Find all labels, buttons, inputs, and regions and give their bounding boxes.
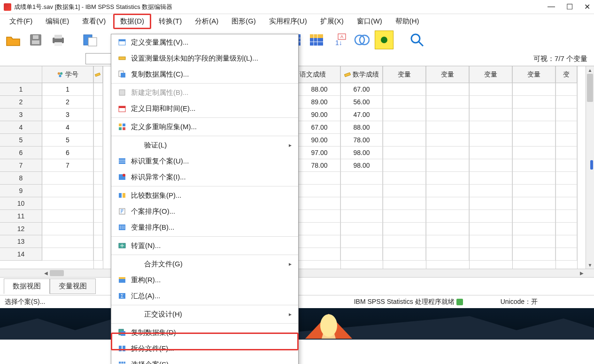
menu-item-18[interactable]: 拆分文件(F)... [111, 341, 298, 356]
menu-item-5[interactable]: 定义多重响应集(M)... [111, 119, 298, 135]
data-cell[interactable] [556, 235, 577, 248]
data-cell[interactable] [513, 147, 555, 159]
data-cell[interactable] [470, 248, 512, 261]
menu-data[interactable]: 数据(D) [113, 14, 151, 29]
data-cell[interactable] [94, 121, 103, 134]
data-cell[interactable]: 7 [42, 159, 93, 172]
data-cell[interactable] [42, 248, 93, 261]
col-header-tail[interactable]: 变 [556, 66, 577, 83]
grid-yellow-button[interactable] [307, 31, 326, 49]
data-cell[interactable] [470, 159, 512, 172]
data-cell[interactable] [556, 197, 577, 210]
row-header[interactable]: 12 [0, 223, 42, 235]
data-cell[interactable] [556, 121, 577, 134]
data-cell[interactable] [383, 108, 426, 121]
data-cell[interactable]: 98.00 [341, 159, 383, 172]
row-header[interactable]: 13 [0, 235, 42, 248]
row-header[interactable]: 14 [0, 248, 42, 261]
data-cell[interactable] [426, 134, 469, 147]
data-cell[interactable] [341, 210, 383, 223]
menu-item-9[interactable]: 比较数据集(P)... [111, 187, 298, 203]
data-cell[interactable] [383, 147, 426, 159]
col-header-empty-2[interactable]: 变量 [426, 66, 469, 83]
data-cell[interactable] [426, 223, 469, 235]
data-cell[interactable] [299, 210, 340, 223]
data-cell[interactable] [470, 96, 512, 108]
menu-item-7[interactable]: 标识重复个案(U)... [111, 153, 298, 169]
data-cell[interactable] [556, 83, 577, 96]
data-cell[interactable] [383, 223, 426, 235]
data-cell[interactable] [426, 147, 469, 159]
tab-data-view[interactable]: 数据视图 [4, 279, 50, 294]
menu-item-15[interactable]: Σ 汇总(A)... [111, 288, 298, 304]
menu-view[interactable]: 查看(V) [77, 15, 111, 28]
recall-dialog-button[interactable] [81, 31, 100, 49]
data-cell[interactable]: 90.00 [299, 134, 340, 147]
data-cell[interactable]: 67.00 [341, 83, 383, 96]
data-cell[interactable] [299, 248, 340, 261]
data-cell[interactable]: 1 [42, 83, 93, 96]
data-cell[interactable] [42, 172, 93, 185]
data-cell[interactable] [556, 210, 577, 223]
data-cell[interactable] [383, 172, 426, 185]
data-cell[interactable] [299, 172, 340, 185]
minimize-button[interactable]: ― [548, 2, 555, 11]
menu-graphs[interactable]: 图形(G) [226, 15, 262, 28]
data-cell[interactable] [426, 121, 469, 134]
data-cell[interactable] [42, 223, 93, 235]
data-cell[interactable]: 6 [42, 147, 93, 159]
col-header-lang[interactable]: 语文成绩 [299, 66, 340, 83]
data-cell[interactable] [513, 210, 555, 223]
data-cell[interactable] [42, 210, 93, 223]
data-cell[interactable]: 78.00 [299, 159, 340, 172]
data-cell[interactable] [556, 96, 577, 108]
data-cell[interactable] [426, 159, 469, 172]
data-cell[interactable] [94, 147, 103, 159]
search-button[interactable] [408, 31, 426, 49]
menu-item-14[interactable]: 重构(R)... [111, 272, 298, 288]
scroll-down-arrow-icon[interactable]: ▼ [586, 261, 594, 269]
data-cell[interactable] [94, 96, 103, 108]
row-header[interactable]: 4 [0, 121, 42, 134]
row-header[interactable]: 10 [0, 197, 42, 210]
menu-item-11[interactable]: 变量排序(B)... [111, 219, 298, 235]
data-cell[interactable] [470, 172, 512, 185]
data-cell[interactable] [341, 235, 383, 248]
data-cell[interactable] [513, 83, 555, 96]
data-cell[interactable] [513, 197, 555, 210]
data-cell[interactable] [383, 197, 426, 210]
venn-button[interactable] [352, 31, 371, 49]
data-cell[interactable] [94, 108, 103, 121]
data-cell[interactable] [513, 185, 555, 197]
data-cell[interactable] [383, 185, 426, 197]
data-cell[interactable] [341, 172, 383, 185]
data-cell[interactable]: 4 [42, 121, 93, 134]
menu-item-8[interactable]: 标识异常个案(I)... [111, 169, 298, 185]
menu-transform[interactable]: 转换(T) [153, 15, 187, 28]
data-cell[interactable] [513, 121, 555, 134]
data-cell[interactable] [94, 185, 103, 197]
data-cell[interactable] [426, 96, 469, 108]
data-cell[interactable]: 88.00 [299, 83, 340, 96]
data-cell[interactable] [299, 185, 340, 197]
data-cell[interactable] [426, 197, 469, 210]
data-cell[interactable] [513, 223, 555, 235]
menu-item-2[interactable]: 复制数据属性(C)... [111, 66, 298, 82]
data-cell[interactable] [426, 83, 469, 96]
data-cell[interactable] [470, 121, 512, 134]
menu-item-13[interactable]: 合并文件(G) ▸ [111, 256, 298, 272]
menu-help[interactable]: 帮助(H) [390, 15, 425, 28]
data-cell[interactable] [426, 248, 469, 261]
row-header[interactable]: 3 [0, 108, 42, 121]
maximize-button[interactable]: ☐ [566, 2, 573, 11]
close-button[interactable]: ✕ [584, 2, 590, 11]
menu-file[interactable]: 文件(F) [4, 15, 38, 28]
data-cell[interactable]: 88.00 [341, 121, 383, 134]
print-button[interactable] [49, 31, 68, 49]
data-cell[interactable] [513, 96, 555, 108]
save-button[interactable] [26, 31, 45, 49]
insert-var-button[interactable]: A1↓ [330, 31, 348, 49]
data-cell[interactable] [556, 147, 577, 159]
row-header[interactable]: 2 [0, 96, 42, 108]
data-cell[interactable] [513, 159, 555, 172]
